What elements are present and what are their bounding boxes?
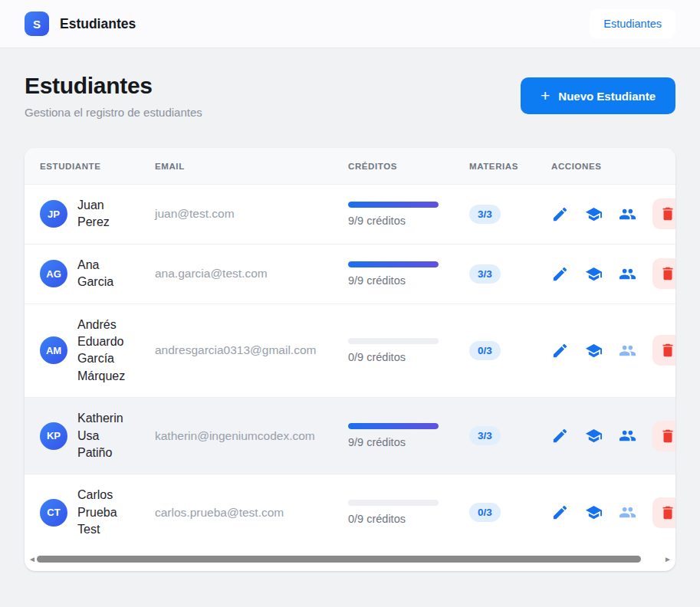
credits-progress-fill bbox=[348, 423, 439, 429]
student-email: ana.garcia@test.com bbox=[155, 267, 268, 280]
scroll-right-arrow-icon[interactable]: ► bbox=[663, 556, 672, 563]
student-row: CT Carlos Prueba Test carlos.prueba@test… bbox=[25, 474, 675, 551]
student-cell: AG Ana Garcia bbox=[25, 244, 155, 304]
student-cell: JP Juan Perez bbox=[25, 185, 155, 244]
credits-progress-track bbox=[348, 261, 439, 267]
credits-label: 0/9 créditos bbox=[348, 513, 463, 525]
materias-badge: 0/3 bbox=[469, 503, 501, 522]
student-email: carlos.prueba@test.com bbox=[155, 506, 284, 519]
graduation-cap-icon bbox=[585, 427, 603, 445]
column-header-estudiante: ESTUDIANTE bbox=[25, 148, 155, 185]
pencil-icon bbox=[551, 427, 569, 445]
student-row: JP Juan Perez juan@test.com 9/9 créditos… bbox=[25, 185, 675, 244]
credits-progress-track bbox=[348, 202, 439, 208]
materias-badge: 0/3 bbox=[469, 341, 501, 360]
subjects-button[interactable] bbox=[585, 504, 603, 521]
students-table-body: JP Juan Perez juan@test.com 9/9 créditos… bbox=[25, 185, 675, 551]
email-cell: andresgarcia0313@gmail.com bbox=[155, 304, 348, 398]
groups-button[interactable] bbox=[619, 504, 636, 521]
scroll-left-arrow-icon[interactable]: ◄ bbox=[28, 556, 37, 563]
new-student-button[interactable]: + Nuevo Estudiante bbox=[521, 77, 675, 114]
delete-student-button[interactable] bbox=[652, 258, 675, 289]
students-table-card: ESTUDIANTE EMAIL CRÉDITOS MATERIAS ACCIO… bbox=[25, 148, 675, 571]
new-student-button-label: Nuevo Estudiante bbox=[558, 90, 656, 103]
edit-student-button[interactable] bbox=[551, 265, 569, 283]
app-header: S Estudiantes Estudiantes bbox=[0, 0, 700, 48]
page-header: Estudiantes Gestiona el registro de estu… bbox=[25, 73, 675, 119]
credits-cell: 9/9 créditos bbox=[348, 244, 469, 304]
graduation-cap-icon bbox=[585, 265, 603, 283]
credits-progress-track bbox=[348, 500, 439, 506]
page-subtitle: Gestiona el registro de estudiantes bbox=[25, 106, 202, 119]
plus-icon: + bbox=[541, 87, 550, 103]
people-icon bbox=[619, 504, 636, 521]
actions-cell bbox=[551, 244, 675, 304]
actions-cell bbox=[551, 474, 675, 551]
trash-icon bbox=[659, 504, 675, 521]
delete-student-button[interactable] bbox=[652, 421, 675, 451]
student-row: AG Ana Garcia ana.garcia@test.com 9/9 cr… bbox=[25, 244, 675, 304]
people-icon bbox=[619, 427, 636, 445]
materias-cell: 3/3 bbox=[469, 398, 551, 474]
materias-badge: 3/3 bbox=[469, 426, 501, 445]
main-content: Estudiantes Gestiona el registro de estu… bbox=[0, 48, 700, 571]
pencil-icon bbox=[551, 504, 569, 521]
credits-label: 9/9 créditos bbox=[348, 215, 463, 227]
credits-label: 9/9 créditos bbox=[348, 274, 463, 287]
materias-cell: 3/3 bbox=[469, 185, 551, 244]
subjects-button[interactable] bbox=[585, 265, 603, 283]
subjects-button[interactable] bbox=[585, 342, 603, 359]
credits-progress-fill bbox=[348, 261, 439, 267]
credits-label: 9/9 créditos bbox=[348, 436, 463, 448]
groups-button[interactable] bbox=[619, 265, 636, 283]
table-header-row: ESTUDIANTE EMAIL CRÉDITOS MATERIAS ACCIO… bbox=[25, 148, 675, 185]
student-name: Katherin Usa Patiño bbox=[77, 410, 133, 461]
subjects-button[interactable] bbox=[585, 427, 603, 445]
student-row: KP Katherin Usa Patiño katherin@ingenium… bbox=[25, 398, 675, 474]
groups-button[interactable] bbox=[619, 342, 636, 359]
edit-student-button[interactable] bbox=[551, 504, 569, 521]
people-icon bbox=[619, 265, 636, 283]
app-logo-icon: S bbox=[25, 11, 49, 36]
nav-estudiantes-button[interactable]: Estudiantes bbox=[590, 9, 675, 38]
credits-cell: 0/9 créditos bbox=[348, 474, 469, 551]
people-icon bbox=[619, 205, 636, 223]
credits-cell: 9/9 créditos bbox=[348, 398, 469, 474]
pencil-icon bbox=[551, 205, 569, 223]
column-header-acciones: ACCIONES bbox=[551, 148, 675, 185]
actions-cell bbox=[551, 304, 675, 398]
student-email: katherin@ingeniumcodex.com bbox=[155, 429, 315, 442]
actions-cell bbox=[551, 185, 675, 244]
graduation-cap-icon bbox=[585, 504, 603, 521]
student-avatar: AG bbox=[40, 260, 67, 287]
student-avatar: JP bbox=[40, 200, 67, 228]
pencil-icon bbox=[551, 265, 569, 283]
student-email: andresgarcia0313@gmail.com bbox=[155, 343, 316, 356]
delete-student-button[interactable] bbox=[652, 199, 675, 229]
edit-student-button[interactable] bbox=[551, 427, 569, 445]
student-avatar: KP bbox=[40, 422, 67, 450]
student-cell: KP Katherin Usa Patiño bbox=[25, 398, 155, 474]
edit-student-button[interactable] bbox=[551, 205, 569, 223]
edit-student-button[interactable] bbox=[551, 342, 569, 359]
materias-badge: 3/3 bbox=[469, 205, 501, 224]
subjects-button[interactable] bbox=[585, 205, 603, 223]
groups-button[interactable] bbox=[619, 205, 636, 223]
credits-progress-track bbox=[348, 423, 439, 429]
delete-student-button[interactable] bbox=[652, 497, 675, 528]
student-avatar: AM bbox=[40, 336, 67, 364]
column-header-materias: MATERIAS bbox=[469, 148, 551, 185]
horizontal-scrollbar-thumb[interactable] bbox=[37, 556, 641, 563]
student-name: Andrés Eduardo García Márquez bbox=[77, 317, 133, 386]
page-title: Estudiantes bbox=[25, 73, 202, 99]
student-avatar: CT bbox=[40, 499, 67, 527]
groups-button[interactable] bbox=[619, 427, 636, 445]
people-icon bbox=[619, 342, 636, 359]
horizontal-scrollbar-track[interactable] bbox=[37, 555, 663, 563]
trash-icon bbox=[659, 205, 675, 222]
student-cell: AM Andrés Eduardo García Márquez bbox=[25, 304, 155, 398]
page-heading-block: Estudiantes Gestiona el registro de estu… bbox=[25, 73, 202, 119]
graduation-cap-icon bbox=[585, 205, 603, 223]
delete-student-button[interactable] bbox=[652, 335, 675, 366]
email-cell: katherin@ingeniumcodex.com bbox=[155, 398, 348, 474]
